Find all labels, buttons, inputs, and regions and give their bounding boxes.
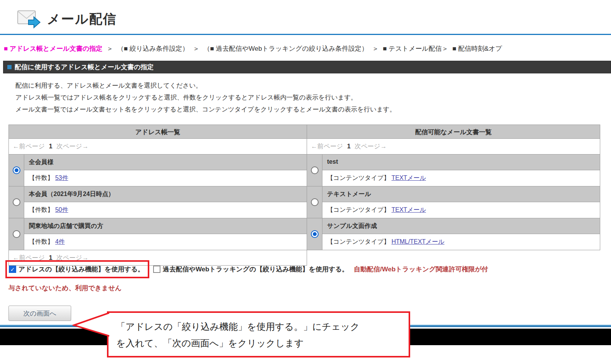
address-book-count-cell: 【件数】 50件 — [24, 202, 307, 218]
next-page-link[interactable]: 次ページ→ — [57, 143, 88, 150]
count-link[interactable]: 4件 — [55, 238, 65, 245]
address-book-name[interactable]: 全会員様 — [24, 155, 307, 170]
mail-delivery-page: メール配信 ■ アドレス帳とメール文書の指定 ＞ （■ 絞り込み条件設定） ＞ … — [0, 0, 611, 364]
section-header: 配信に使用するアドレス帳とメール文書の指定 — [3, 61, 611, 73]
callout-line: を入れて、「次の画面へ」をクリックします — [116, 335, 401, 351]
count-link[interactable]: 50件 — [55, 206, 68, 213]
check-icon: ✓ — [10, 266, 15, 273]
mail-docs-table-title: 配信可能なメール文書一覧 — [307, 125, 600, 139]
section-title: 配信に使用するアドレス帳とメール文書の指定 — [15, 63, 154, 71]
permission-warning-text: 自動配信/Webトラッキング関連許可権限が付 — [354, 265, 488, 274]
section-bullet-icon — [7, 65, 12, 69]
mail-doc-name[interactable]: テキストメール — [322, 186, 600, 202]
prev-page-link[interactable]: ←前ページ — [311, 143, 343, 150]
next-page-link[interactable]: 次ページ→ — [355, 143, 387, 150]
content-type-link[interactable]: HTML/TEXTメール — [391, 238, 444, 245]
page-number: 1 — [347, 143, 351, 150]
address-book-row-content: 全会員様 【件数】 53件 — [24, 155, 307, 186]
radio-unselected-icon[interactable] — [13, 198, 20, 206]
annotation-callout: 「アドレスの「絞り込み機能」を使用する。」にチェック を入れて、「次の画面へ」を… — [107, 311, 410, 357]
address-book-row: 全会員様 【件数】 53件 — [9, 154, 307, 186]
mail-doc-row: test 【コンテンツタイプ】 TEXTメール — [307, 154, 600, 186]
content-type-link[interactable]: TEXTメール — [391, 206, 426, 213]
page-number: 1 — [49, 143, 52, 150]
address-book-name[interactable]: 関東地域の店舗で購買の方 — [24, 218, 307, 234]
tracking-filter-checkbox[interactable] — [153, 266, 160, 273]
mail-doc-type-cell: 【コンテンツタイプ】 TEXTメール — [322, 170, 600, 186]
mail-doc-radio-cell[interactable] — [307, 155, 322, 186]
count-link[interactable]: 53件 — [55, 175, 68, 181]
count-label: 【件数】 — [29, 238, 53, 245]
address-book-count-cell: 【件数】 4件 — [24, 234, 307, 250]
permission-warning-text-continued: 与されていないため、利用できません — [8, 284, 611, 293]
callout-line: 「アドレスの「絞り込み機能」を使用する。」にチェック — [116, 318, 401, 335]
tracking-filter-option: 過去配信やWebトラッキングの【絞り込み機能】を使用する。 — [153, 265, 349, 274]
address-filter-label[interactable]: アドレスの【絞り込み機能】を使用する。 — [18, 265, 144, 274]
address-book-pagination-top: ←前ページ 1 次ページ→ — [9, 139, 307, 154]
radio-selected-icon[interactable] — [311, 230, 319, 238]
breadcrumb-step-delivery-time: ■ 配信時刻&オプ — [452, 45, 502, 52]
radio-unselected-icon[interactable] — [311, 198, 319, 206]
content-type-label: 【コンテンツタイプ】 — [327, 238, 390, 245]
count-label: 【件数】 — [29, 206, 53, 213]
callout-tail-pointer — [72, 312, 109, 337]
mail-doc-name[interactable]: test — [322, 155, 600, 170]
radio-unselected-icon[interactable] — [13, 230, 20, 238]
address-book-radio-cell[interactable] — [9, 186, 24, 218]
next-screen-button[interactable]: 次の画面へ — [8, 306, 71, 321]
radio-unselected-icon[interactable] — [311, 166, 319, 174]
mail-doc-row: サンプル文面作成 【コンテンツタイプ】 HTML/TEXTメール — [307, 218, 600, 250]
mail-doc-name[interactable]: サンプル文面作成 — [322, 218, 600, 234]
mail-send-icon — [17, 8, 42, 30]
content-type-link[interactable]: TEXTメール — [391, 175, 426, 181]
selection-tables: アドレス帳一覧 ←前ページ 1 次ページ→ 全会員様 【件数】 53件 — [8, 125, 611, 266]
mail-doc-row-content: test 【コンテンツタイプ】 TEXTメール — [322, 155, 600, 186]
page-title: メール配信 — [47, 10, 117, 28]
instruction-line: アドレス帳一覧ではアドレス帳名をクリックすると選択、件数をクリックするとアドレス… — [15, 91, 611, 103]
breadcrumb-separator: ＞ — [107, 45, 113, 52]
mail-doc-type-cell: 【コンテンツタイプ】 TEXTメール — [322, 202, 600, 218]
mail-doc-row-content: テキストメール 【コンテンツタイプ】 TEXTメール — [322, 186, 600, 218]
header-divider — [0, 34, 611, 35]
instruction-line: 配信に利用する、アドレス帳とメール文書を選択してください。 — [15, 80, 611, 91]
content-type-label: 【コンテンツタイプ】 — [327, 206, 390, 213]
content-type-label: 【コンテンツタイプ】 — [327, 175, 390, 181]
filter-options: ✓ アドレスの【絞り込み機能】を使用する。 過去配信やWebトラッキングの【絞り… — [5, 260, 611, 278]
mail-doc-row: テキストメール 【コンテンツタイプ】 TEXTメール — [307, 186, 600, 218]
breadcrumb: ■ アドレス帳とメール文書の指定 ＞ （■ 絞り込み条件設定） ＞ （■ 過去配… — [4, 44, 611, 53]
address-book-name[interactable]: 本会員（2021年9月24日時点） — [24, 186, 307, 202]
mail-doc-row-content: サンプル文面作成 【コンテンツタイプ】 HTML/TEXTメール — [322, 218, 600, 250]
mail-doc-radio-cell[interactable] — [307, 186, 322, 218]
address-book-table: アドレス帳一覧 ←前ページ 1 次ページ→ 全会員様 【件数】 53件 — [8, 125, 307, 266]
prev-page-link[interactable]: ←前ページ — [13, 143, 45, 150]
address-book-row: 関東地域の店舗で購買の方 【件数】 4件 — [9, 218, 307, 250]
mail-docs-pagination-top: ←前ページ 1 次ページ→ — [307, 139, 600, 154]
mail-doc-radio-cell[interactable] — [307, 218, 322, 250]
breadcrumb-step-filter-settings: （■ 絞り込み条件設定） — [117, 45, 189, 52]
address-book-radio-cell[interactable] — [9, 155, 24, 186]
page-header: メール配信 — [0, 0, 611, 34]
breadcrumb-step-tracking-filter: （■ 過去配信やWebトラッキングの絞り込み条件設定） — [204, 45, 368, 52]
mail-doc-type-cell: 【コンテンツタイプ】 HTML/TEXTメール — [322, 234, 600, 250]
breadcrumb-separator: ＞ — [193, 45, 199, 52]
address-book-radio-cell[interactable] — [9, 218, 24, 250]
instruction-line: メール文書一覧ではメール文書セット名をクリックすると選択、コンテンツタイプをクリ… — [15, 103, 611, 115]
address-book-row-content: 関東地域の店舗で購買の方 【件数】 4件 — [24, 218, 307, 250]
breadcrumb-step-test-mail: ■ テストメール配信＞ — [383, 45, 448, 52]
breadcrumb-separator: ＞ — [372, 45, 379, 52]
address-book-row-content: 本会員（2021年9月24日時点） 【件数】 50件 — [24, 186, 307, 218]
mail-docs-table: 配信可能なメール文書一覧 ←前ページ 1 次ページ→ test 【コンテンツタイ… — [307, 125, 600, 250]
address-book-row: 本会員（2021年9月24日時点） 【件数】 50件 — [9, 186, 307, 218]
breadcrumb-step-address-book[interactable]: ■ アドレス帳とメール文書の指定 — [4, 45, 102, 52]
tracking-filter-label[interactable]: 過去配信やWebトラッキングの【絞り込み機能】を使用する。 — [163, 265, 349, 274]
count-label: 【件数】 — [29, 175, 53, 181]
address-filter-checkbox[interactable]: ✓ — [9, 266, 16, 273]
annotation-highlight-box: ✓ アドレスの【絞り込み機能】を使用する。 — [5, 260, 149, 278]
address-book-table-title: アドレス帳一覧 — [9, 125, 307, 139]
instructions: 配信に利用する、アドレス帳とメール文書を選択してください。 アドレス帳一覧ではア… — [15, 80, 611, 115]
address-book-count-cell: 【件数】 53件 — [24, 170, 307, 186]
radio-selected-icon[interactable] — [13, 166, 20, 174]
